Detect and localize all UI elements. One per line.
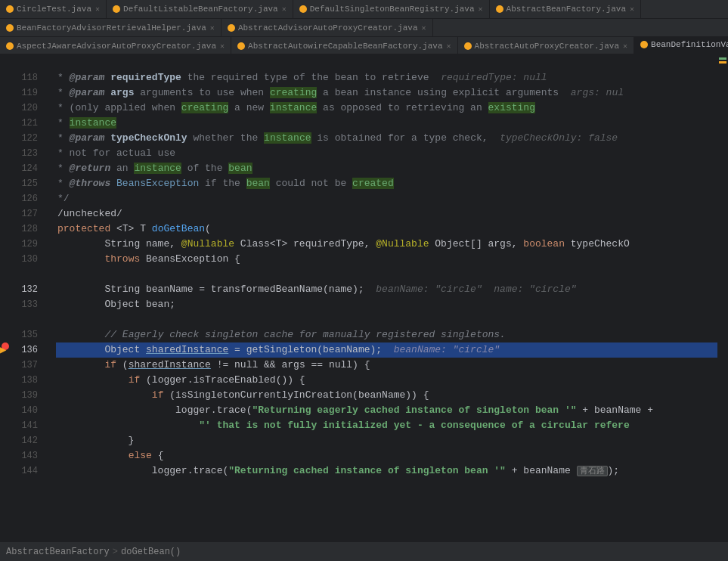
close-icon[interactable]: ✕ <box>422 23 426 33</box>
debug-arrow: ▶ <box>0 345 6 355</box>
code-line: if (logger.isTraceEnabled()) { <box>56 373 717 388</box>
gutter: ▶ <box>0 55 11 541</box>
code-line: * @param typeCheckOnly whether the insta… <box>56 131 717 146</box>
code-line: "' that is not fully initialized yet - a… <box>56 418 717 433</box>
code-line: // Eagerly check singleton cache for man… <box>56 327 717 342</box>
tab-icon <box>228 24 235 32</box>
code-line: } <box>56 433 717 448</box>
code-line: throws BeansException { <box>56 252 717 267</box>
code-editor[interactable]: * @param requiredType the required type … <box>53 55 717 541</box>
code-line: * @return an instance of the bean <box>56 161 717 176</box>
line-num: 123 <box>11 146 38 161</box>
code-line: else { <box>56 448 717 463</box>
line-num: 130 <box>11 252 38 267</box>
code-line: * @throws BeansException if the bean cou… <box>56 176 717 191</box>
tab-label: BeanDefinitionValueResolver.java <box>651 40 728 49</box>
line-num-136: 136 <box>11 342 38 358</box>
tab-icon <box>464 42 472 50</box>
tab-label: AspectJAwareAdvisorAutoProxyCreator.java <box>17 42 216 51</box>
tab-label: BeanFactoryAdvisorRetrievalHelper.java <box>17 23 206 33</box>
tab-label: CircleTest.java <box>17 5 91 14</box>
line-num: 133 <box>11 297 38 312</box>
line-num: 119 <box>11 85 38 101</box>
line-num: 140 <box>11 403 38 418</box>
line-num: 132 <box>11 282 38 297</box>
tab-bar-row3: AspectJAwareAdvisorAutoProxyCreator.java… <box>0 37 728 55</box>
tab-abstract-auto-proxy[interactable]: AbstractAutoProxyCreator.java ✕ <box>458 37 634 55</box>
close-icon[interactable]: ✕ <box>623 42 627 51</box>
line-num: 141 <box>11 418 38 433</box>
close-icon[interactable]: ✕ <box>220 42 225 51</box>
line-num: 126 <box>11 191 38 206</box>
close-icon[interactable]: ✕ <box>95 5 100 14</box>
tab-icon <box>496 5 503 13</box>
tab-bean-def-value[interactable]: BeanDefinitionValueResolver.java ✕ <box>634 36 728 54</box>
tab-icon <box>299 5 307 13</box>
line-num: 143 <box>11 448 38 463</box>
line-num: 127 <box>11 206 38 222</box>
code-line: * not for actual use <box>56 146 717 161</box>
breadcrumb-method: doGetBean() <box>121 547 181 557</box>
line-num: 122 <box>11 131 38 146</box>
error-indicator <box>717 55 728 541</box>
breadcrumb: AbstractBeanFactory > doGetBean() <box>6 547 181 557</box>
code-line-136: Object sharedInstance = getSingleton(bea… <box>56 342 717 358</box>
breadcrumb-class: AbstractBeanFactory <box>6 547 110 557</box>
code-line: if (isSingletonCurrentlyInCreation(beanN… <box>56 388 717 403</box>
close-icon[interactable]: ✕ <box>630 5 634 14</box>
close-icon[interactable]: ✕ <box>447 42 451 51</box>
indicator-mark <box>719 57 726 60</box>
code-line-144: logger.trace("Returning cached instance … <box>56 463 717 479</box>
tab-label: AbstractAutowireCapableBeanFactory.java <box>248 42 442 51</box>
line-num: 138 <box>11 373 38 388</box>
tab-label: AbstractBeanFactory.java <box>507 5 626 14</box>
editor-area: ▶ 118 119 120 121 122 123 124 125 126 12… <box>0 55 728 541</box>
code-line: * @param args arguments to use when crea… <box>56 85 717 101</box>
tab-circle-test[interactable]: CircleTest.java ✕ <box>0 0 107 18</box>
code-line <box>56 312 717 327</box>
tab-abstract-autowire[interactable]: AbstractAutowireCapableBeanFactory.java … <box>231 37 457 55</box>
tab-label: AbstractAutoProxyCreator.java <box>475 42 619 51</box>
tab-icon <box>237 42 245 50</box>
tab-default-singleton[interactable]: DefaultSingletonBeanRegistry.java ✕ <box>293 0 490 18</box>
tab-default-listable[interactable]: DefaultListableBeanFactory.java ✕ <box>107 0 293 18</box>
close-icon[interactable]: ✕ <box>282 5 287 14</box>
code-line: Object bean; <box>56 297 717 312</box>
tab-bar-row1: CircleTest.java ✕ DefaultListableBeanFac… <box>0 0 728 19</box>
fold-column <box>42 55 53 541</box>
tab-icon <box>6 24 14 32</box>
tab-aspect-aware[interactable]: AspectJAwareAdvisorAutoProxyCreator.java… <box>0 37 231 55</box>
line-num: 124 <box>11 161 38 176</box>
tab-bean-factory-advisor[interactable]: BeanFactoryAdvisorRetrievalHelper.java ✕ <box>0 19 221 37</box>
tab-icon <box>640 41 648 48</box>
tab-icon <box>113 5 120 13</box>
tab-label: DefaultListableBeanFactory.java <box>123 5 278 14</box>
code-line: if (sharedInstance != null && args == nu… <box>56 358 717 373</box>
tab-icon <box>6 5 14 13</box>
close-icon[interactable]: ✕ <box>479 5 483 14</box>
line-num: 121 <box>11 116 38 131</box>
code-line: String beanName = transformedBeanName(na… <box>56 282 717 297</box>
tab-abstract-bean-factory[interactable]: AbstractBeanFactory.java ✕ <box>490 0 641 18</box>
line-numbers: 118 119 120 121 122 123 124 125 126 127 … <box>11 55 42 541</box>
code-line <box>56 267 717 282</box>
breadcrumb-separator: > <box>113 547 118 557</box>
code-line: logger.trace("Returning eagerly cached i… <box>56 403 717 418</box>
code-line: */ <box>56 191 717 206</box>
line-num: 128 <box>11 222 38 237</box>
tab-label: DefaultSingletonBeanRegistry.java <box>310 5 475 14</box>
indicator-mark <box>719 61 726 64</box>
close-icon[interactable]: ✕ <box>210 23 215 33</box>
code-line: * instance <box>56 116 717 131</box>
code-line: /unchecked/ <box>56 206 717 222</box>
code-line: * @param requiredType the required type … <box>56 70 717 85</box>
code-line: * (only applied when creating a new inst… <box>56 101 717 116</box>
status-bar: AbstractBeanFactory > doGetBean() <box>0 541 728 561</box>
line-num <box>11 312 38 327</box>
line-num: 139 <box>11 388 38 403</box>
line-num: 129 <box>11 237 38 252</box>
tab-abstract-advisor-auto[interactable]: AbstractAdvisorAutoProxyCreator.java ✕ <box>221 19 433 37</box>
line-num: 144 <box>11 463 38 479</box>
line-num: 118 <box>11 70 38 85</box>
code-line <box>56 55 717 70</box>
